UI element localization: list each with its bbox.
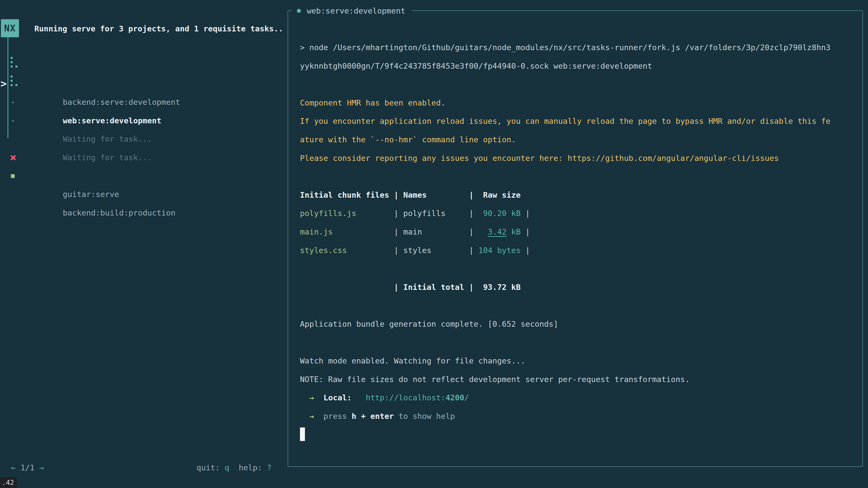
task-row-backend-serve[interactable]: backend:serve:development	[11, 56, 180, 75]
chunk-table-row: main.js | main | 3.42 kB |	[300, 223, 861, 241]
failed-x-icon	[10, 155, 16, 160]
task-row-waiting-2[interactable]: Waiting for task...	[11, 111, 180, 130]
arrow-icon: →	[309, 412, 314, 421]
blank-line	[300, 333, 861, 352]
blank-line	[300, 260, 861, 278]
panel-output: > node /Users/mhartington/Github/guitars…	[300, 38, 861, 444]
quit-key: q	[225, 463, 229, 472]
task-row-guitar-serve[interactable]: guitar:serve	[11, 149, 180, 167]
help-label: help:	[229, 463, 267, 472]
pager-prev-arrow-icon[interactable]: ←	[11, 463, 16, 472]
hmr-report-line: Please consider reporting any issues you…	[300, 149, 861, 168]
spinner-icon	[11, 57, 18, 68]
selected-task-chevron-icon: >	[0, 77, 7, 90]
task-row-blank	[11, 130, 180, 149]
waiting-dot-icon	[12, 120, 14, 122]
nx-logo-badge: NX	[1, 19, 19, 37]
cmd-line-2: yyknnbtgh0000gn/T/9f4c243785f8453e3f00/f…	[300, 57, 861, 75]
task-list: backend:serve:development web:serve:deve…	[11, 56, 180, 185]
task-row-waiting-1[interactable]: Waiting for task...	[11, 93, 180, 111]
help-key: ?	[267, 463, 272, 472]
waiting-dot-icon	[12, 101, 14, 103]
corner-overlay-badge: .42	[0, 477, 17, 488]
chunk-table-total-row: | Initial total | 93.72 kB	[300, 278, 861, 297]
task-tree-line	[7, 37, 8, 138]
localhost-port[interactable]: 4200	[445, 393, 464, 402]
task-output-panel: web:serve:development > node /Users/mhar…	[287, 10, 863, 467]
chunk-table-row: polyfills.js | polyfills | 90.20 kB |	[300, 204, 861, 223]
note-line: NOTE: Raw file sizes do not reflect deve…	[300, 370, 861, 389]
keyboard-shortcut: h + enter	[352, 412, 394, 421]
local-url-line: → Local: http://localhost:4200/	[300, 389, 861, 407]
quit-label: quit:	[196, 463, 225, 472]
panel-title: web:serve:development	[307, 6, 405, 15]
task-row-web-serve[interactable]: web:serve:development	[11, 75, 180, 93]
press-help-line: → press h + enter to show help	[300, 407, 861, 426]
task-row-backend-build[interactable]: backend:build:production	[11, 167, 180, 186]
run-summary-title: Running serve for 3 projects, and 1 requ…	[34, 24, 283, 34]
panel-legend: web:serve:development	[292, 5, 412, 17]
hmr-warn-line-1: If you encounter application reload issu…	[300, 112, 861, 131]
watch-mode-line: Watch mode enabled. Watching for file ch…	[300, 352, 861, 370]
terminal-cursor[interactable]	[300, 427, 305, 441]
cursor-line	[300, 425, 861, 444]
terminal-screen: NX Running serve for 3 projects, and 1 r…	[0, 0, 868, 488]
arrow-icon: →	[309, 393, 314, 402]
blank-line	[300, 296, 861, 315]
blank-line	[300, 167, 861, 186]
local-label: Local:	[323, 393, 352, 402]
localhost-link[interactable]: http://localhost:	[366, 393, 445, 402]
pager-label	[35, 463, 39, 472]
bundle-complete-line: Application bundle generation complete. …	[300, 315, 861, 333]
help-bar: quit: q help: ?	[196, 463, 272, 473]
pager-current: 1/1	[21, 463, 35, 472]
spinner-icon	[11, 75, 18, 87]
cmd-line-1: > node /Users/mhartington/Github/guitars…	[300, 38, 861, 57]
hmr-enabled-line: Component HMR has been enabled.	[300, 94, 861, 112]
chunk-table-header: Initial chunk files | Names | Raw size	[300, 186, 861, 204]
localhost-slash[interactable]: /	[464, 393, 469, 402]
running-dot-icon	[297, 9, 301, 13]
task-label: guitar:serve	[63, 190, 119, 199]
pager: ← 1/1 →	[11, 463, 44, 473]
success-square-icon	[11, 174, 15, 178]
blank-line	[300, 75, 861, 94]
chunk-table-row: styles.css | styles | 104 bytes |	[300, 241, 861, 260]
pager-label	[16, 463, 21, 472]
hmr-warn-line-2: ature with the `--no-hmr` command line o…	[300, 131, 861, 149]
task-label: backend:build:production	[63, 208, 176, 217]
pager-next-arrow-icon[interactable]: →	[39, 463, 44, 472]
